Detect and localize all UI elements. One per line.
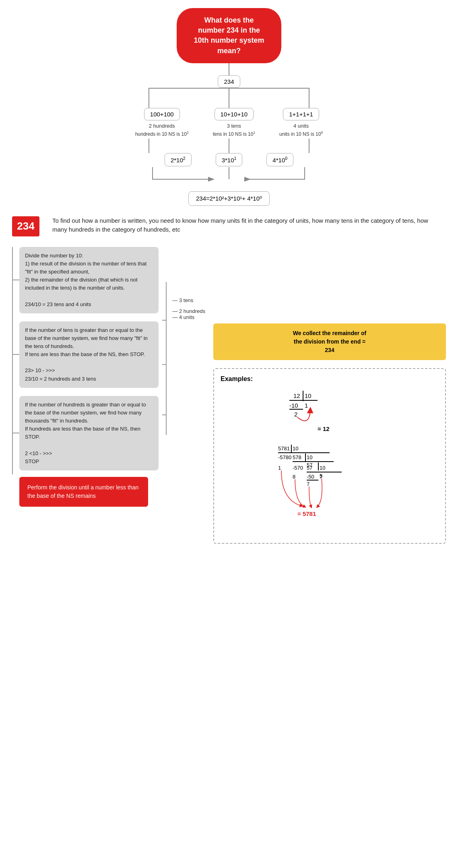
svg-text:7: 7 <box>307 481 309 487</box>
combined-formula: 234=2*10²+3*10¹+ 4*10⁰ <box>188 191 270 206</box>
branch-boxes-row: 100+100 2 hundreds hundreds in 10 NS is … <box>135 108 323 137</box>
example2-svg: 5781 10 -5780 578 10 57 <box>277 441 382 530</box>
branch-col-hundreds: 100+100 2 hundreds hundreds in 10 NS is … <box>135 108 189 137</box>
gold-box-wrapper: We collect the remainder of the division… <box>213 323 446 360</box>
branch-label-hundreds: 2 hundreds <box>149 123 175 129</box>
steps-items: Divide the number by 10: 1) the result o… <box>13 247 159 474</box>
example-1: 12 10 1 -10 2 <box>221 387 439 435</box>
svg-text:10: 10 <box>305 392 312 399</box>
flowchart-section: What does the number 234 in the 10th num… <box>0 0 458 210</box>
example-2: 5781 10 -5780 578 10 57 <box>221 441 439 530</box>
side-brace: — 4 units — 3 tens — 2 hundreds <box>160 282 205 439</box>
svg-text:8: 8 <box>293 474 295 480</box>
step-htick-1 <box>13 280 19 280</box>
step-box-1: Divide the number by 10: 1) the result o… <box>19 247 159 313</box>
title-line3: 10th number system <box>194 36 264 44</box>
formula-col-tens: 3*101 <box>216 153 243 166</box>
branch-col-units: 1+1+1+1 4 units units in 10 NS is 100 <box>279 108 323 137</box>
branch-ns-hundreds: hundreds in 10 NS is 102 <box>135 131 189 137</box>
steps-list: Divide the number by 10: 1) the result o… <box>12 247 205 474</box>
branch-label-units: 4 units <box>293 123 309 129</box>
gold-line3: 234 <box>325 347 334 353</box>
formula-box-hundreds: 2*102 <box>165 153 192 166</box>
right-labels-col: — 4 units — 3 tens — 2 hundreds <box>160 247 205 474</box>
left-col: Divide the number by 10: 1) the result o… <box>12 243 205 544</box>
example1-svg: 12 10 1 -10 2 <box>285 387 374 435</box>
svg-text:= 5781: = 5781 <box>297 510 316 517</box>
root-node: 234 <box>218 75 240 88</box>
brace-svg <box>160 282 172 435</box>
svg-text:-5780: -5780 <box>278 454 291 460</box>
intro-section: 234 To find out how a number is written,… <box>0 210 458 236</box>
title-line2: number 234 in the <box>198 26 260 34</box>
step-item-3: If the number of hundreds is greater tha… <box>13 396 159 470</box>
step-box-3: If the number of hundreds is greater tha… <box>19 396 159 470</box>
branch-ns-tens: tens in 10 NS is 101 <box>213 131 255 137</box>
intro-text: To find out how a number is written, you… <box>52 216 446 234</box>
formula-connectors <box>124 139 334 153</box>
gold-line2: the division from the end = <box>294 338 366 345</box>
svg-text:12: 12 <box>293 392 300 399</box>
examples-title: Examples: <box>221 375 439 383</box>
svg-text:= 12: = 12 <box>318 425 330 432</box>
svg-text:57: 57 <box>307 465 312 471</box>
step-text-1: Divide the number by 10: 1) the result o… <box>25 253 146 307</box>
right-col: We collect the remainder of the division… <box>213 243 446 544</box>
formula-box-tens: 3*101 <box>216 153 243 166</box>
step-item-2: If the number of tens is greater than or… <box>13 321 159 388</box>
svg-text:1: 1 <box>305 402 308 409</box>
step-box-2: If the number of tens is greater than or… <box>19 321 159 388</box>
step-htick-2 <box>13 354 19 355</box>
main-content: Divide the number by 10: 1) the result o… <box>0 243 458 544</box>
branch-box-hundreds: 100+100 <box>144 108 180 120</box>
svg-text:578: 578 <box>293 454 301 460</box>
branch-connectors <box>124 88 334 108</box>
title-line4: mean? <box>217 47 241 55</box>
svg-text:10: 10 <box>307 454 312 460</box>
red-bottom-box: Perform the division until a number less… <box>19 477 148 507</box>
connector-top <box>229 63 229 75</box>
svg-text:5781: 5781 <box>278 445 290 452</box>
gold-line1: We collect the remainder of <box>293 330 367 336</box>
label-2hundreds: — 2 hundreds <box>172 308 205 314</box>
svg-text:1: 1 <box>278 465 281 471</box>
label-3tens: — 3 tens <box>172 297 205 303</box>
step-text-3: If the number of hundreds is greater tha… <box>25 402 146 464</box>
branch-label-tens: 3 tens <box>227 123 241 129</box>
number-badge: 234 <box>12 216 39 236</box>
svg-text:-570: -570 <box>293 465 303 471</box>
branch-box-units: 1+1+1+1 <box>283 108 319 120</box>
formula-boxes-row: 2*102 3*101 4*100 <box>165 153 293 166</box>
title-line1: What does the <box>204 16 254 24</box>
label-4units: — 4 units <box>172 314 205 320</box>
gold-box: We collect the remainder of the division… <box>213 323 446 360</box>
svg-text:10: 10 <box>293 445 298 452</box>
step-text-2: If the number of tens is greater than or… <box>25 327 148 382</box>
formula-box-units: 4*100 <box>266 153 293 166</box>
examples-box: Examples: 12 10 1 <box>213 368 446 544</box>
branch-box-tens: 10+10+10 <box>215 108 254 120</box>
svg-text:-10: -10 <box>289 402 298 409</box>
formula-col-units: 4*100 <box>266 153 293 166</box>
svg-text:-50: -50 <box>307 474 314 480</box>
svg-text:2: 2 <box>294 411 297 418</box>
title-bubble: What does the number 234 in the 10th num… <box>177 8 281 63</box>
red-bottom-text: Perform the division until a number less… <box>27 484 138 499</box>
svg-text:10: 10 <box>320 465 325 471</box>
branch-col-tens: 10+10+10 3 tens tens in 10 NS is 101 <box>213 108 255 137</box>
step-item-1: Divide the number by 10: 1) the result o… <box>13 247 159 313</box>
branch-ns-units: units in 10 NS is 100 <box>279 131 323 137</box>
svg-text:7: 7 <box>320 474 322 480</box>
side-labels: — 4 units — 3 tens — 2 hundreds <box>172 282 205 439</box>
formula-col-hundreds: 2*102 <box>165 153 192 166</box>
arrow-to-formula <box>116 167 342 187</box>
step-htick-3 <box>13 433 19 433</box>
